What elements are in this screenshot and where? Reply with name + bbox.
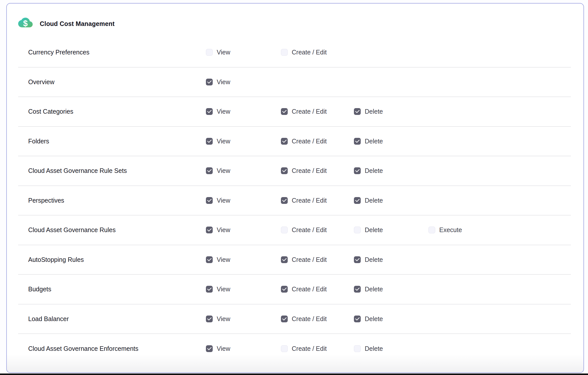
table-row-autostopping-rules: AutoStopping Rules View Create / Edit De… bbox=[18, 245, 571, 275]
table-row-perspectives: Perspectives View Create / Edit Delete bbox=[18, 186, 571, 216]
permission-view: View bbox=[206, 286, 281, 293]
resource-label: Folders bbox=[18, 138, 206, 145]
view-checkbox[interactable] bbox=[206, 138, 213, 145]
create-edit-label: Create / Edit bbox=[292, 49, 327, 56]
delete-label: Delete bbox=[365, 197, 383, 204]
view-label: View bbox=[217, 108, 230, 115]
create-edit-label: Create / Edit bbox=[292, 167, 327, 174]
view-checkbox[interactable] bbox=[206, 345, 213, 352]
permission-create-edit: Create / Edit bbox=[281, 345, 354, 352]
view-label: View bbox=[217, 167, 230, 174]
bottom-edge-bar bbox=[0, 373, 588, 375]
permission-create-edit: Create / Edit bbox=[281, 226, 354, 234]
module-header: $ Cloud Cost Management bbox=[18, 18, 115, 30]
permission-view: View bbox=[206, 256, 281, 263]
create-edit-label: Create / Edit bbox=[292, 197, 327, 204]
view-label: View bbox=[217, 345, 230, 352]
table-row-cloud-asset-governance-enforcements: Cloud Asset Governance Enforcements View… bbox=[18, 334, 571, 364]
create-edit-checkbox[interactable] bbox=[281, 286, 288, 293]
create-edit-label: Create / Edit bbox=[292, 286, 327, 293]
delete-checkbox[interactable] bbox=[354, 227, 361, 233]
create-edit-checkbox[interactable] bbox=[281, 197, 288, 204]
delete-checkbox[interactable] bbox=[354, 345, 361, 352]
delete-checkbox[interactable] bbox=[354, 256, 361, 263]
create-edit-label: Create / Edit bbox=[292, 108, 327, 115]
delete-checkbox[interactable] bbox=[354, 286, 361, 293]
table-row-cloud-asset-governance-rules: Cloud Asset Governance Rules View Create… bbox=[18, 215, 571, 245]
view-checkbox[interactable] bbox=[206, 167, 213, 174]
delete-checkbox[interactable] bbox=[354, 138, 361, 145]
delete-label: Delete bbox=[365, 226, 383, 234]
create-edit-checkbox[interactable] bbox=[281, 138, 288, 145]
table-row-load-balancer: Load Balancer View Create / Edit Delete bbox=[18, 304, 571, 334]
permission-view: View bbox=[206, 49, 281, 56]
view-label: View bbox=[217, 49, 230, 56]
permission-create-edit: Create / Edit bbox=[281, 108, 354, 115]
permission-view: View bbox=[206, 315, 281, 323]
permissions-card: $ Cloud Cost Management Currency Prefere… bbox=[6, 3, 584, 373]
permission-view: View bbox=[206, 108, 281, 115]
permission-delete: Delete bbox=[354, 108, 428, 115]
view-label: View bbox=[217, 138, 230, 145]
delete-checkbox[interactable] bbox=[354, 167, 361, 174]
table-row-currency-preferences: Currency Preferences View Create / Edit bbox=[18, 38, 571, 68]
cloud-dollar-icon: $ bbox=[18, 18, 33, 30]
permission-delete: Delete bbox=[354, 315, 428, 323]
create-edit-checkbox[interactable] bbox=[281, 227, 288, 233]
view-checkbox[interactable] bbox=[206, 197, 213, 204]
permission-create-edit: Create / Edit bbox=[281, 138, 354, 145]
resource-label: Cloud Asset Governance Rules bbox=[18, 226, 206, 234]
create-edit-checkbox[interactable] bbox=[281, 256, 288, 263]
view-label: View bbox=[217, 226, 230, 234]
create-edit-label: Create / Edit bbox=[292, 315, 327, 323]
delete-label: Delete bbox=[365, 345, 383, 352]
delete-label: Delete bbox=[365, 286, 383, 293]
permission-delete: Delete bbox=[354, 345, 428, 352]
create-edit-label: Create / Edit bbox=[292, 345, 327, 352]
view-label: View bbox=[217, 315, 230, 323]
permission-delete: Delete bbox=[354, 256, 428, 263]
view-checkbox[interactable] bbox=[206, 227, 213, 233]
view-checkbox[interactable] bbox=[206, 316, 213, 322]
page-title: Cloud Cost Management bbox=[40, 20, 115, 27]
view-checkbox[interactable] bbox=[206, 256, 213, 263]
delete-checkbox[interactable] bbox=[354, 108, 361, 115]
permission-create-edit: Create / Edit bbox=[281, 286, 354, 293]
permission-view: View bbox=[206, 78, 281, 86]
execute-checkbox[interactable] bbox=[428, 227, 435, 233]
permission-view: View bbox=[206, 226, 281, 234]
table-row-cloud-asset-governance-rule-sets: Cloud Asset Governance Rule Sets View Cr… bbox=[18, 156, 571, 186]
delete-label: Delete bbox=[365, 138, 383, 145]
delete-label: Delete bbox=[365, 108, 383, 115]
create-edit-checkbox[interactable] bbox=[281, 345, 288, 352]
create-edit-checkbox[interactable] bbox=[281, 316, 288, 322]
permission-create-edit: Create / Edit bbox=[281, 49, 354, 56]
create-edit-checkbox[interactable] bbox=[281, 49, 288, 56]
create-edit-checkbox[interactable] bbox=[281, 108, 288, 115]
resource-label: AutoStopping Rules bbox=[18, 256, 206, 263]
create-edit-checkbox[interactable] bbox=[281, 167, 288, 174]
view-checkbox[interactable] bbox=[206, 79, 213, 85]
delete-checkbox[interactable] bbox=[354, 197, 361, 204]
permission-create-edit: Create / Edit bbox=[281, 256, 354, 263]
resource-label: Currency Preferences bbox=[18, 49, 206, 56]
permission-delete: Delete bbox=[354, 138, 428, 145]
resource-label: Overview bbox=[18, 78, 206, 86]
view-label: View bbox=[217, 286, 230, 293]
table-row-budgets: Budgets View Create / Edit Delete bbox=[18, 275, 571, 304]
view-checkbox[interactable] bbox=[206, 286, 213, 293]
delete-checkbox[interactable] bbox=[354, 316, 361, 322]
delete-label: Delete bbox=[365, 315, 383, 323]
create-edit-label: Create / Edit bbox=[292, 226, 327, 234]
create-edit-label: Create / Edit bbox=[292, 138, 327, 145]
delete-label: Delete bbox=[365, 167, 383, 174]
view-label: View bbox=[217, 78, 230, 86]
view-checkbox[interactable] bbox=[206, 49, 213, 56]
resource-label: Cloud Asset Governance Enforcements bbox=[18, 345, 206, 352]
view-label: View bbox=[217, 197, 230, 204]
table-row-cost-categories: Cost Categories View Create / Edit Delet… bbox=[18, 97, 571, 127]
permission-create-edit: Create / Edit bbox=[281, 315, 354, 323]
resource-label: Perspectives bbox=[18, 197, 206, 204]
view-checkbox[interactable] bbox=[206, 108, 213, 115]
permission-delete: Delete bbox=[354, 286, 428, 293]
